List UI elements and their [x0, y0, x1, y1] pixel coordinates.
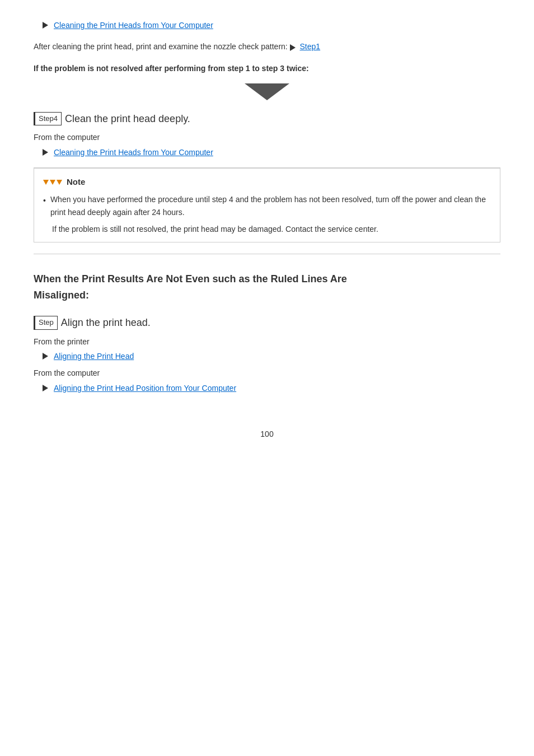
from-printer-label: From the printer	[34, 335, 500, 348]
section-heading-line2: Misaligned:	[34, 287, 500, 304]
arrow-icon-2	[43, 149, 48, 156]
note-bullet-text: When you have performed the procedure un…	[50, 193, 491, 218]
if-problem-text: If the problem is not resolved after per…	[34, 62, 500, 74]
section-heading-line1: When the Print Results Are Not Even such…	[34, 271, 500, 287]
bullet-dot: •	[43, 194, 46, 218]
inline-arrow-icon	[290, 44, 296, 51]
note-arrow-1	[43, 180, 49, 185]
note-bullet-item: • When you have performed the procedure …	[43, 193, 491, 218]
note-arrow-3	[57, 180, 62, 185]
cleaning-computer-link-step4[interactable]: Cleaning the Print Heads from Your Compu…	[54, 146, 213, 158]
note-continuation-text: If the problem is still not resolved, th…	[52, 223, 491, 235]
note-arrow-2	[50, 180, 55, 185]
from-computer-label-1: From the computer	[34, 131, 500, 143]
step-align-heading-text: Align the print head.	[61, 315, 151, 331]
note-header: Note	[43, 175, 491, 189]
aligning-print-head-link[interactable]: Aligning the Print Head	[54, 350, 134, 362]
top-cleaning-link[interactable]: Cleaning the Print Heads from Your Compu…	[43, 19, 500, 31]
note-icon	[43, 180, 62, 185]
note-box: Note • When you have performed the proce…	[34, 167, 500, 242]
page-number: 100	[34, 428, 500, 440]
step4-badge: Step4	[34, 112, 62, 126]
section-divider	[34, 254, 500, 254]
aligning-position-link[interactable]: Aligning the Print Head Position from Yo…	[54, 382, 236, 394]
cleaning-computer-link-top[interactable]: Cleaning the Print Heads from Your Compu…	[54, 19, 213, 31]
aligning-print-head-link-container: Aligning the Print Head	[43, 350, 500, 362]
arrow-icon-3	[43, 353, 48, 360]
down-arrow-icon	[245, 83, 289, 100]
section-heading: When the Print Results Are Not Even such…	[34, 271, 500, 304]
step-align-heading: Step Align the print head.	[34, 315, 500, 331]
arrow-icon	[43, 22, 48, 29]
after-cleaning-text: After cleaning the print head, print and…	[34, 40, 500, 53]
step-badge: Step	[34, 316, 58, 330]
step4-heading-text: Clean the print head deeply.	[65, 111, 190, 127]
cleaning-step4-link-container: Cleaning the Print Heads from Your Compu…	[43, 146, 500, 158]
aligning-position-link-container: Aligning the Print Head Position from Yo…	[43, 382, 500, 394]
step1-link[interactable]: Step1	[300, 42, 321, 51]
step4-heading: Step4 Clean the print head deeply.	[34, 111, 500, 127]
arrow-icon-4	[43, 385, 48, 391]
from-computer-label-2: From the computer	[34, 367, 500, 379]
note-label: Note	[67, 175, 85, 189]
down-arrow-graphic	[34, 83, 500, 104]
